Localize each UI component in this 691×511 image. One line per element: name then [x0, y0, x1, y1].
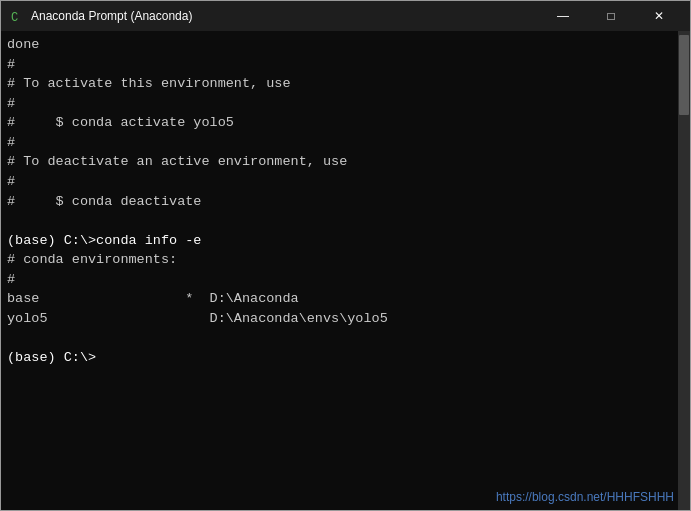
terminal-body: done # # To activate this environment, u…: [1, 31, 690, 510]
terminal-content[interactable]: done # # To activate this environment, u…: [1, 31, 678, 510]
title-bar-left: C Anaconda Prompt (Anaconda): [9, 8, 192, 24]
close-button[interactable]: ✕: [636, 1, 682, 31]
svg-text:C: C: [11, 11, 18, 24]
minimize-button[interactable]: —: [540, 1, 586, 31]
window: C Anaconda Prompt (Anaconda) — □ ✕ done …: [0, 0, 691, 511]
watermark: https://blog.csdn.net/HHHFSHHH: [496, 490, 674, 504]
title-bar-controls: — □ ✕: [540, 1, 682, 31]
scrollbar[interactable]: [678, 31, 690, 510]
scrollbar-thumb[interactable]: [679, 35, 689, 115]
window-title: Anaconda Prompt (Anaconda): [31, 9, 192, 23]
app-icon: C: [9, 8, 25, 24]
maximize-button[interactable]: □: [588, 1, 634, 31]
title-bar: C Anaconda Prompt (Anaconda) — □ ✕: [1, 1, 690, 31]
